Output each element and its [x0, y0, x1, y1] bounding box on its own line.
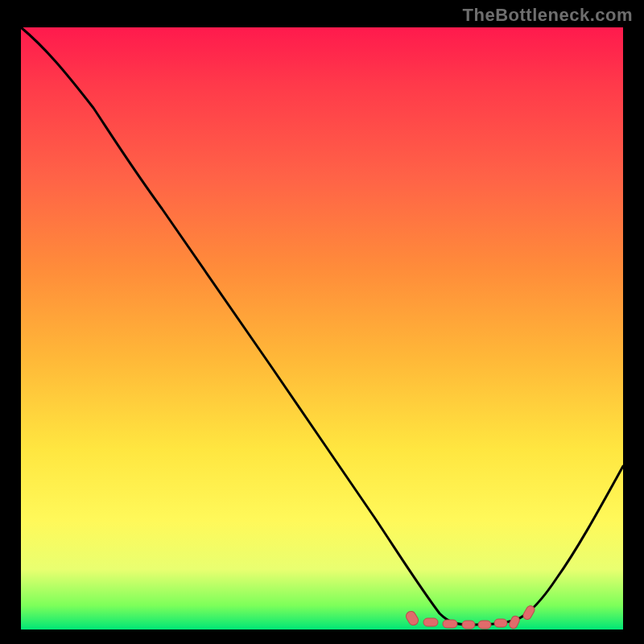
marker-dot [404, 609, 419, 627]
watermark-text: TheBottleneck.com [463, 5, 633, 26]
marker-dot [462, 621, 475, 629]
marker-dot [423, 618, 438, 626]
chart-stage: TheBottleneck.com [0, 0, 644, 644]
curve-svg [21, 27, 623, 630]
marker-dot [443, 620, 457, 628]
bottleneck-curve-path [21, 27, 623, 625]
marker-dot [508, 615, 521, 630]
optimal-markers-group [404, 605, 536, 630]
marker-dot [478, 621, 491, 629]
plot-area [21, 27, 623, 630]
marker-dot [494, 619, 507, 627]
